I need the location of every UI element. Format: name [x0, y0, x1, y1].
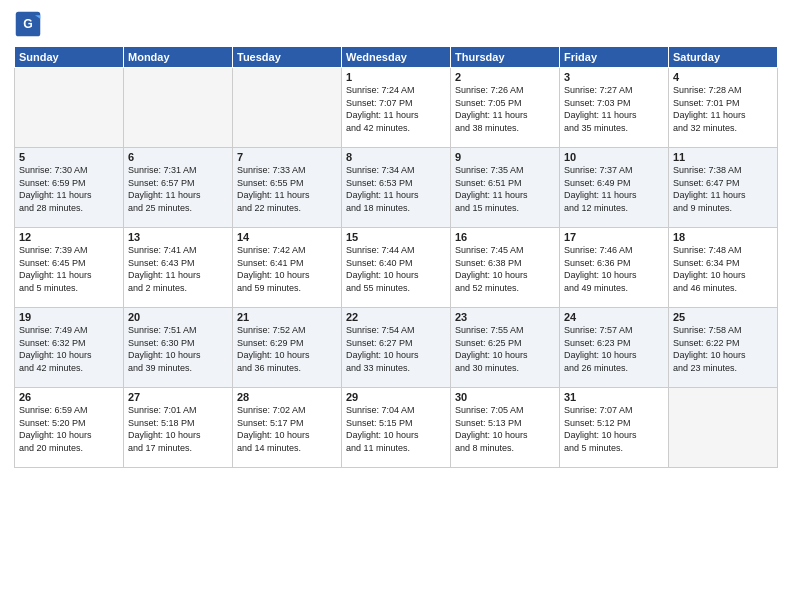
day-number: 22	[346, 311, 446, 323]
day-info: Sunrise: 7:55 AM Sunset: 6:25 PM Dayligh…	[455, 324, 555, 374]
day-info: Sunrise: 7:04 AM Sunset: 5:15 PM Dayligh…	[346, 404, 446, 454]
calendar-table: SundayMondayTuesdayWednesdayThursdayFrid…	[14, 46, 778, 468]
day-info: Sunrise: 7:31 AM Sunset: 6:57 PM Dayligh…	[128, 164, 228, 214]
day-info: Sunrise: 7:34 AM Sunset: 6:53 PM Dayligh…	[346, 164, 446, 214]
day-number: 29	[346, 391, 446, 403]
day-number: 5	[19, 151, 119, 163]
day-info: Sunrise: 7:37 AM Sunset: 6:49 PM Dayligh…	[564, 164, 664, 214]
header: G	[14, 10, 778, 38]
calendar-cell: 12Sunrise: 7:39 AM Sunset: 6:45 PM Dayli…	[15, 228, 124, 308]
calendar-cell: 31Sunrise: 7:07 AM Sunset: 5:12 PM Dayli…	[560, 388, 669, 468]
day-number: 30	[455, 391, 555, 403]
day-info: Sunrise: 7:35 AM Sunset: 6:51 PM Dayligh…	[455, 164, 555, 214]
day-info: Sunrise: 7:51 AM Sunset: 6:30 PM Dayligh…	[128, 324, 228, 374]
calendar-cell: 9Sunrise: 7:35 AM Sunset: 6:51 PM Daylig…	[451, 148, 560, 228]
day-info: Sunrise: 7:33 AM Sunset: 6:55 PM Dayligh…	[237, 164, 337, 214]
header-row: SundayMondayTuesdayWednesdayThursdayFrid…	[15, 47, 778, 68]
day-number: 23	[455, 311, 555, 323]
day-number: 26	[19, 391, 119, 403]
calendar-cell: 10Sunrise: 7:37 AM Sunset: 6:49 PM Dayli…	[560, 148, 669, 228]
day-header-monday: Monday	[124, 47, 233, 68]
day-info: Sunrise: 6:59 AM Sunset: 5:20 PM Dayligh…	[19, 404, 119, 454]
calendar-cell: 28Sunrise: 7:02 AM Sunset: 5:17 PM Dayli…	[233, 388, 342, 468]
calendar-cell: 5Sunrise: 7:30 AM Sunset: 6:59 PM Daylig…	[15, 148, 124, 228]
calendar-cell: 8Sunrise: 7:34 AM Sunset: 6:53 PM Daylig…	[342, 148, 451, 228]
day-info: Sunrise: 7:02 AM Sunset: 5:17 PM Dayligh…	[237, 404, 337, 454]
calendar-cell: 11Sunrise: 7:38 AM Sunset: 6:47 PM Dayli…	[669, 148, 778, 228]
day-number: 3	[564, 71, 664, 83]
calendar-cell: 17Sunrise: 7:46 AM Sunset: 6:36 PM Dayli…	[560, 228, 669, 308]
day-number: 4	[673, 71, 773, 83]
svg-text:G: G	[23, 17, 33, 31]
calendar-cell: 20Sunrise: 7:51 AM Sunset: 6:30 PM Dayli…	[124, 308, 233, 388]
calendar-cell: 2Sunrise: 7:26 AM Sunset: 7:05 PM Daylig…	[451, 68, 560, 148]
day-number: 10	[564, 151, 664, 163]
calendar-cell	[669, 388, 778, 468]
calendar-cell	[233, 68, 342, 148]
day-number: 6	[128, 151, 228, 163]
calendar-cell: 29Sunrise: 7:04 AM Sunset: 5:15 PM Dayli…	[342, 388, 451, 468]
calendar-cell: 25Sunrise: 7:58 AM Sunset: 6:22 PM Dayli…	[669, 308, 778, 388]
day-info: Sunrise: 7:27 AM Sunset: 7:03 PM Dayligh…	[564, 84, 664, 134]
calendar-cell: 24Sunrise: 7:57 AM Sunset: 6:23 PM Dayli…	[560, 308, 669, 388]
calendar-cell	[15, 68, 124, 148]
day-header-tuesday: Tuesday	[233, 47, 342, 68]
day-info: Sunrise: 7:30 AM Sunset: 6:59 PM Dayligh…	[19, 164, 119, 214]
day-info: Sunrise: 7:52 AM Sunset: 6:29 PM Dayligh…	[237, 324, 337, 374]
day-number: 13	[128, 231, 228, 243]
logo-icon: G	[14, 10, 42, 38]
day-number: 18	[673, 231, 773, 243]
calendar-week-4: 19Sunrise: 7:49 AM Sunset: 6:32 PM Dayli…	[15, 308, 778, 388]
day-number: 24	[564, 311, 664, 323]
calendar-cell: 6Sunrise: 7:31 AM Sunset: 6:57 PM Daylig…	[124, 148, 233, 228]
day-info: Sunrise: 7:07 AM Sunset: 5:12 PM Dayligh…	[564, 404, 664, 454]
calendar-cell: 1Sunrise: 7:24 AM Sunset: 7:07 PM Daylig…	[342, 68, 451, 148]
calendar-week-2: 5Sunrise: 7:30 AM Sunset: 6:59 PM Daylig…	[15, 148, 778, 228]
day-number: 8	[346, 151, 446, 163]
calendar-week-1: 1Sunrise: 7:24 AM Sunset: 7:07 PM Daylig…	[15, 68, 778, 148]
day-info: Sunrise: 7:42 AM Sunset: 6:41 PM Dayligh…	[237, 244, 337, 294]
day-number: 31	[564, 391, 664, 403]
day-number: 1	[346, 71, 446, 83]
day-number: 21	[237, 311, 337, 323]
day-info: Sunrise: 7:48 AM Sunset: 6:34 PM Dayligh…	[673, 244, 773, 294]
logo: G	[14, 10, 44, 38]
calendar-cell: 26Sunrise: 6:59 AM Sunset: 5:20 PM Dayli…	[15, 388, 124, 468]
day-number: 20	[128, 311, 228, 323]
day-number: 7	[237, 151, 337, 163]
day-header-thursday: Thursday	[451, 47, 560, 68]
page-container: G SundayMondayTuesdayWednesdayThursdayFr…	[0, 0, 792, 476]
calendar-cell: 27Sunrise: 7:01 AM Sunset: 5:18 PM Dayli…	[124, 388, 233, 468]
day-info: Sunrise: 7:57 AM Sunset: 6:23 PM Dayligh…	[564, 324, 664, 374]
day-info: Sunrise: 7:28 AM Sunset: 7:01 PM Dayligh…	[673, 84, 773, 134]
day-number: 9	[455, 151, 555, 163]
calendar-cell: 18Sunrise: 7:48 AM Sunset: 6:34 PM Dayli…	[669, 228, 778, 308]
day-info: Sunrise: 7:05 AM Sunset: 5:13 PM Dayligh…	[455, 404, 555, 454]
day-header-sunday: Sunday	[15, 47, 124, 68]
day-info: Sunrise: 7:45 AM Sunset: 6:38 PM Dayligh…	[455, 244, 555, 294]
day-info: Sunrise: 7:49 AM Sunset: 6:32 PM Dayligh…	[19, 324, 119, 374]
calendar-cell: 4Sunrise: 7:28 AM Sunset: 7:01 PM Daylig…	[669, 68, 778, 148]
day-header-friday: Friday	[560, 47, 669, 68]
day-info: Sunrise: 7:26 AM Sunset: 7:05 PM Dayligh…	[455, 84, 555, 134]
day-number: 15	[346, 231, 446, 243]
day-number: 14	[237, 231, 337, 243]
calendar-week-3: 12Sunrise: 7:39 AM Sunset: 6:45 PM Dayli…	[15, 228, 778, 308]
day-number: 2	[455, 71, 555, 83]
day-info: Sunrise: 7:46 AM Sunset: 6:36 PM Dayligh…	[564, 244, 664, 294]
calendar-cell: 23Sunrise: 7:55 AM Sunset: 6:25 PM Dayli…	[451, 308, 560, 388]
day-number: 25	[673, 311, 773, 323]
day-number: 12	[19, 231, 119, 243]
day-number: 27	[128, 391, 228, 403]
day-info: Sunrise: 7:54 AM Sunset: 6:27 PM Dayligh…	[346, 324, 446, 374]
calendar-cell: 21Sunrise: 7:52 AM Sunset: 6:29 PM Dayli…	[233, 308, 342, 388]
calendar-cell: 3Sunrise: 7:27 AM Sunset: 7:03 PM Daylig…	[560, 68, 669, 148]
day-number: 17	[564, 231, 664, 243]
day-number: 11	[673, 151, 773, 163]
day-info: Sunrise: 7:39 AM Sunset: 6:45 PM Dayligh…	[19, 244, 119, 294]
day-info: Sunrise: 7:38 AM Sunset: 6:47 PM Dayligh…	[673, 164, 773, 214]
day-number: 19	[19, 311, 119, 323]
day-info: Sunrise: 7:01 AM Sunset: 5:18 PM Dayligh…	[128, 404, 228, 454]
day-info: Sunrise: 7:58 AM Sunset: 6:22 PM Dayligh…	[673, 324, 773, 374]
day-header-wednesday: Wednesday	[342, 47, 451, 68]
